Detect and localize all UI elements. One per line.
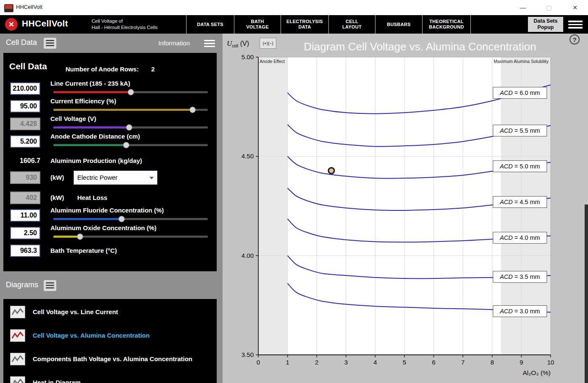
aluminum-production-value: 1606.7 (10, 157, 40, 165)
voltage-chart[interactable]: Anode EffectMaximum Alumina SolubilityAC… (223, 34, 588, 383)
cell-voltage-slider[interactable] (53, 124, 208, 131)
slider-thumb[interactable] (118, 216, 125, 222)
x-tick-label: 2 (315, 359, 318, 366)
y-tick-label: 4.50 (242, 152, 254, 160)
cell-data-panel: Cell Data Number of Anode Rows: 2 210.00… (3, 53, 217, 271)
scrollbar[interactable] (585, 205, 588, 383)
x-tick-label: 9 (520, 359, 523, 366)
heat-loss-output: 402 (10, 192, 40, 204)
diagrams-menu-icon[interactable] (44, 280, 56, 291)
aluminum-production-label: Aluminum Production (kg/day) (50, 157, 142, 164)
maximize-button[interactable]: ▢ (536, 0, 562, 15)
information-label: Information (158, 39, 190, 47)
acd-label: ACD = 3.5 mm (499, 273, 540, 280)
app-name: HHCellVolt (22, 18, 68, 29)
slider-thumb[interactable] (77, 233, 83, 240)
nav-electrolysis-data[interactable]: ELECTROLYSIS DATA (281, 15, 328, 34)
diagram-item-cell-voltage-vs-alumina-concentration[interactable]: Cell Voltage vs. Alumina Concentration (3, 328, 217, 349)
acd-label: ACD = 4.5 mm (499, 199, 540, 205)
acd-label: ACD = 5.0 mm (499, 163, 540, 170)
line-current-slider[interactable] (53, 89, 208, 95)
anode-rows-value: 2 (151, 66, 155, 73)
anode-cathode-distance-label: Anode Cathode Distance (cm) (50, 133, 140, 140)
minimize-button[interactable]: — (510, 0, 536, 15)
heat-loss-label: Heat Loss (77, 194, 108, 201)
popup-button-line1: Data Sets (534, 18, 558, 24)
anode-cathode-distance-slider[interactable] (53, 142, 208, 148)
exit-app-icon[interactable]: ✕ (5, 18, 18, 31)
hamburger-menu-icon[interactable] (568, 21, 583, 30)
slider-track (53, 144, 208, 146)
x-tick-label: 1 (286, 359, 289, 366)
dropdown-arrow-icon (150, 177, 154, 179)
current-efficiency-label: Current Efficiency (%) (50, 97, 116, 105)
current-efficiency-slider[interactable] (53, 106, 208, 113)
x-tick-label: 0 (257, 359, 260, 366)
y-tick-label: 3.50 (242, 351, 254, 358)
information-menu-icon[interactable] (204, 40, 215, 49)
nav-label: CELL (346, 19, 358, 24)
aluminum-oxide-label: Aluminum Oxide Concentration (%) (50, 224, 157, 231)
aluminum-fluoride-input[interactable]: 11.00 (10, 209, 40, 222)
bath-temperature-input[interactable]: 963.3 (10, 244, 40, 257)
slider-thumb[interactable] (126, 124, 132, 131)
electric-power-unit: (kW) (50, 174, 64, 181)
aluminum-fluoride-slider[interactable] (53, 215, 208, 222)
diagram-item-cell-voltage-vs-line-current[interactable]: Cell Voltage vs. Line Current (3, 305, 217, 325)
slider-thumb[interactable] (189, 107, 196, 113)
line-current-input[interactable]: 210.000 (10, 82, 40, 95)
application-window: HHCellVolt — ▢ ✕ ✕ HHCellVolt Cell Volta… (0, 0, 588, 383)
current-efficiency-input[interactable]: 95.00 (10, 100, 40, 113)
power-mode-selected-value: Electric Power (77, 174, 118, 181)
aluminum-oxide-slider[interactable] (53, 233, 208, 240)
data-sets-popup-button[interactable]: Data Sets Popup (528, 17, 563, 32)
slider-thumb[interactable] (128, 89, 134, 95)
acd-label: ACD = 3.0 mm (499, 308, 540, 315)
diagram-item-clipped[interactable]: Heat in Diagram (3, 375, 217, 383)
cell-voltage-output: 4.428 (10, 118, 40, 130)
nav-label: DATA SETS (197, 22, 223, 27)
bath-temperature-label: Bath Temperature (°C) (50, 247, 117, 254)
anode-rows-label: Number of Anode Rows: (66, 66, 139, 73)
chart-title: Diagram Cell Voltage vs. Alumina Concent… (269, 40, 571, 53)
diagram-item-label: Heat in Diagram (33, 379, 81, 383)
chart-icon (10, 376, 25, 383)
cell-data-section-title: Cell Data (6, 38, 37, 47)
acd-label: ACD = 5.5 mm (499, 127, 540, 134)
slider-track (53, 109, 208, 111)
nav-label: VOLTAGE (246, 24, 269, 30)
diagrams-section-title: Diagrams (6, 281, 38, 289)
sidebar: Cell Data Information Cell Data Number o… (0, 34, 223, 383)
y-tick-label: 5.00 (242, 53, 254, 60)
acd-label: ACD = 6.0 mm (499, 89, 540, 96)
nav-cell-layout[interactable]: CELL LAYOUT (328, 15, 375, 34)
app-subtitle: Cell Voltage of Hall - Héroult Electroly… (92, 18, 158, 31)
diagram-item-components-bath-voltage[interactable]: Components Bath Voltage vs. Alumina Conc… (3, 352, 217, 372)
slider-thumb[interactable] (123, 142, 129, 148)
x-tick-label: 5 (403, 359, 406, 366)
chart-pane: Anode EffectMaximum Alumina SolubilityAC… (223, 34, 588, 383)
diagrams-panel: Cell Voltage vs. Line Current Cell Volta… (3, 299, 217, 383)
x-axis-title: Al₂O₃ (%) (522, 369, 551, 376)
nav-label: THEORETICAL (429, 19, 464, 24)
nav-label: BATH (251, 19, 264, 24)
power-mode-dropdown[interactable]: Electric Power (74, 171, 158, 185)
x-tick-label: 3 (344, 359, 348, 366)
nav-theoretical-background[interactable]: THEORETICAL BACKGROUND (422, 15, 471, 34)
window-title: HHCellVolt (16, 4, 42, 10)
close-button[interactable]: ✕ (562, 0, 588, 15)
nav-busbars[interactable]: BUSBARS (375, 15, 422, 34)
aluminum-oxide-input[interactable]: 2.50 (10, 227, 40, 239)
nav-data-sets[interactable]: DATA SETS (186, 15, 234, 34)
app-icon (4, 4, 13, 12)
chart-icon (10, 306, 25, 318)
nav-bath-voltage[interactable]: BATH VOLTAGE (234, 15, 281, 34)
anode-cathode-distance-input[interactable]: 5.200 (10, 135, 40, 148)
cell-data-menu-icon[interactable] (44, 38, 56, 49)
y-axis-unit: (V) (238, 40, 249, 47)
help-icon[interactable]: ? (570, 34, 580, 45)
cell-voltage-label: Cell Voltage (V) (50, 115, 96, 122)
x-tick-label: 10 (547, 359, 554, 366)
y-tick-label: 4.00 (242, 252, 254, 259)
operating-point-marker[interactable] (328, 168, 334, 173)
